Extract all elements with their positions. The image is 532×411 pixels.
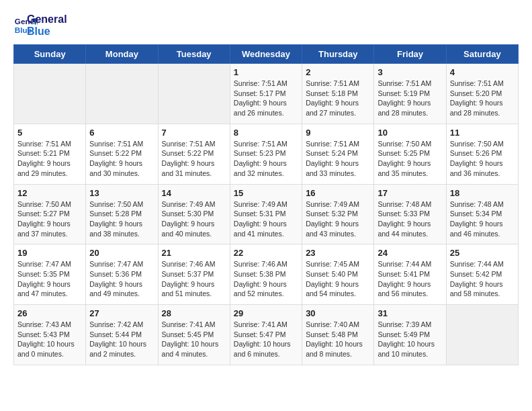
- day-info: Sunrise: 7:44 AM Sunset: 5:42 PM Dayligh…: [450, 259, 515, 299]
- day-number: 23: [306, 248, 370, 258]
- weekday-header-thursday: Thursday: [302, 45, 374, 64]
- day-number: 29: [234, 308, 298, 318]
- day-number: 28: [162, 308, 226, 318]
- day-info: Sunrise: 7:48 AM Sunset: 5:34 PM Dayligh…: [450, 199, 515, 239]
- calendar-cell: [86, 64, 158, 124]
- day-info: Sunrise: 7:43 AM Sunset: 5:43 PM Dayligh…: [17, 320, 82, 359]
- day-number: 4: [450, 67, 515, 77]
- day-number: 9: [306, 128, 370, 138]
- day-number: 1: [234, 67, 298, 77]
- calendar-table: SundayMondayTuesdayWednesdayThursdayFrid…: [13, 44, 519, 365]
- day-info: Sunrise: 7:51 AM Sunset: 5:23 PM Dayligh…: [234, 139, 298, 179]
- day-info: Sunrise: 7:46 AM Sunset: 5:38 PM Dayligh…: [234, 259, 298, 299]
- day-info: Sunrise: 7:50 AM Sunset: 5:26 PM Dayligh…: [450, 139, 515, 179]
- day-number: 24: [378, 248, 442, 258]
- day-info: Sunrise: 7:47 AM Sunset: 5:36 PM Dayligh…: [89, 259, 154, 299]
- calendar-cell: 23Sunrise: 7:45 AM Sunset: 5:40 PM Dayli…: [302, 244, 374, 305]
- day-number: 3: [378, 67, 442, 77]
- weekday-header-row: SundayMondayTuesdayWednesdayThursdayFrid…: [14, 45, 519, 64]
- calendar-cell: 25Sunrise: 7:44 AM Sunset: 5:42 PM Dayli…: [446, 244, 518, 305]
- calendar-cell: 9Sunrise: 7:51 AM Sunset: 5:24 PM Daylig…: [302, 124, 374, 184]
- calendar-week-2: 5Sunrise: 7:51 AM Sunset: 5:21 PM Daylig…: [14, 124, 519, 184]
- calendar-body: 1Sunrise: 7:51 AM Sunset: 5:17 PM Daylig…: [14, 64, 519, 365]
- logo: General Blue General Blue: [13, 13, 67, 38]
- day-info: Sunrise: 7:51 AM Sunset: 5:22 PM Dayligh…: [89, 139, 154, 179]
- day-info: Sunrise: 7:50 AM Sunset: 5:28 PM Dayligh…: [89, 199, 154, 239]
- day-info: Sunrise: 7:49 AM Sunset: 5:32 PM Dayligh…: [306, 199, 370, 239]
- day-info: Sunrise: 7:48 AM Sunset: 5:33 PM Dayligh…: [378, 199, 442, 239]
- calendar-cell: 12Sunrise: 7:50 AM Sunset: 5:27 PM Dayli…: [14, 184, 86, 244]
- calendar-cell: 11Sunrise: 7:50 AM Sunset: 5:26 PM Dayli…: [446, 124, 518, 184]
- calendar-cell: [446, 305, 518, 365]
- weekday-header-saturday: Saturday: [446, 45, 518, 64]
- calendar-week-4: 19Sunrise: 7:47 AM Sunset: 5:35 PM Dayli…: [14, 244, 519, 305]
- weekday-header-monday: Monday: [86, 45, 158, 64]
- day-number: 10: [378, 128, 442, 138]
- day-number: 7: [162, 128, 226, 138]
- weekday-header-friday: Friday: [374, 45, 446, 64]
- calendar-cell: 15Sunrise: 7:49 AM Sunset: 5:31 PM Dayli…: [230, 184, 302, 244]
- day-number: 17: [378, 188, 442, 198]
- calendar-week-1: 1Sunrise: 7:51 AM Sunset: 5:17 PM Daylig…: [14, 64, 519, 124]
- day-number: 14: [162, 188, 226, 198]
- day-number: 11: [450, 128, 515, 138]
- day-info: Sunrise: 7:50 AM Sunset: 5:25 PM Dayligh…: [378, 139, 442, 179]
- calendar-cell: 8Sunrise: 7:51 AM Sunset: 5:23 PM Daylig…: [230, 124, 302, 184]
- day-number: 12: [17, 188, 82, 198]
- day-number: 13: [89, 188, 154, 198]
- day-info: Sunrise: 7:51 AM Sunset: 5:22 PM Dayligh…: [162, 139, 226, 179]
- day-info: Sunrise: 7:51 AM Sunset: 5:19 PM Dayligh…: [378, 79, 442, 118]
- calendar-cell: 30Sunrise: 7:40 AM Sunset: 5:48 PM Dayli…: [302, 305, 374, 365]
- calendar-cell: 3Sunrise: 7:51 AM Sunset: 5:19 PM Daylig…: [374, 64, 446, 124]
- calendar-cell: 27Sunrise: 7:42 AM Sunset: 5:44 PM Dayli…: [86, 305, 158, 365]
- day-info: Sunrise: 7:47 AM Sunset: 5:35 PM Dayligh…: [17, 259, 82, 299]
- day-info: Sunrise: 7:51 AM Sunset: 5:17 PM Dayligh…: [234, 79, 298, 118]
- day-info: Sunrise: 7:44 AM Sunset: 5:41 PM Dayligh…: [378, 259, 442, 299]
- calendar-cell: 18Sunrise: 7:48 AM Sunset: 5:34 PM Dayli…: [446, 184, 518, 244]
- weekday-header-tuesday: Tuesday: [158, 45, 230, 64]
- day-number: 31: [378, 308, 442, 318]
- day-number: 21: [162, 248, 226, 258]
- day-number: 16: [306, 188, 370, 198]
- calendar-week-5: 26Sunrise: 7:43 AM Sunset: 5:43 PM Dayli…: [14, 305, 519, 365]
- calendar-cell: 21Sunrise: 7:46 AM Sunset: 5:37 PM Dayli…: [158, 244, 230, 305]
- day-number: 26: [17, 308, 82, 318]
- calendar-cell: 7Sunrise: 7:51 AM Sunset: 5:22 PM Daylig…: [158, 124, 230, 184]
- logo-text-blue: Blue: [27, 26, 67, 38]
- calendar-cell: 6Sunrise: 7:51 AM Sunset: 5:22 PM Daylig…: [86, 124, 158, 184]
- calendar-cell: 31Sunrise: 7:39 AM Sunset: 5:49 PM Dayli…: [374, 305, 446, 365]
- day-info: Sunrise: 7:41 AM Sunset: 5:45 PM Dayligh…: [162, 320, 226, 359]
- day-info: Sunrise: 7:42 AM Sunset: 5:44 PM Dayligh…: [89, 320, 154, 359]
- calendar-cell: 24Sunrise: 7:44 AM Sunset: 5:41 PM Dayli…: [374, 244, 446, 305]
- day-number: 22: [234, 248, 298, 258]
- calendar-cell: 26Sunrise: 7:43 AM Sunset: 5:43 PM Dayli…: [14, 305, 86, 365]
- calendar-cell: 19Sunrise: 7:47 AM Sunset: 5:35 PM Dayli…: [14, 244, 86, 305]
- day-info: Sunrise: 7:51 AM Sunset: 5:20 PM Dayligh…: [450, 79, 515, 118]
- day-number: 2: [306, 67, 370, 77]
- day-info: Sunrise: 7:51 AM Sunset: 5:21 PM Dayligh…: [17, 139, 82, 179]
- day-info: Sunrise: 7:51 AM Sunset: 5:18 PM Dayligh…: [306, 79, 370, 118]
- day-number: 27: [89, 308, 154, 318]
- day-info: Sunrise: 7:45 AM Sunset: 5:40 PM Dayligh…: [306, 259, 370, 299]
- day-number: 30: [306, 308, 370, 318]
- logo-text-general: General: [27, 13, 67, 26]
- calendar-cell: [158, 64, 230, 124]
- weekday-header-sunday: Sunday: [14, 45, 86, 64]
- calendar-cell: 13Sunrise: 7:50 AM Sunset: 5:28 PM Dayli…: [86, 184, 158, 244]
- day-info: Sunrise: 7:46 AM Sunset: 5:37 PM Dayligh…: [162, 259, 226, 299]
- day-number: 18: [450, 188, 515, 198]
- calendar-cell: 16Sunrise: 7:49 AM Sunset: 5:32 PM Dayli…: [302, 184, 374, 244]
- day-number: 20: [89, 248, 154, 258]
- calendar-cell: 5Sunrise: 7:51 AM Sunset: 5:21 PM Daylig…: [14, 124, 86, 184]
- day-number: 8: [234, 128, 298, 138]
- day-info: Sunrise: 7:51 AM Sunset: 5:24 PM Dayligh…: [306, 139, 370, 179]
- day-number: 6: [89, 128, 154, 138]
- calendar-cell: 10Sunrise: 7:50 AM Sunset: 5:25 PM Dayli…: [374, 124, 446, 184]
- calendar-cell: 17Sunrise: 7:48 AM Sunset: 5:33 PM Dayli…: [374, 184, 446, 244]
- calendar-cell: 22Sunrise: 7:46 AM Sunset: 5:38 PM Dayli…: [230, 244, 302, 305]
- calendar-cell: 14Sunrise: 7:49 AM Sunset: 5:30 PM Dayli…: [158, 184, 230, 244]
- day-number: 25: [450, 248, 515, 258]
- day-info: Sunrise: 7:49 AM Sunset: 5:31 PM Dayligh…: [234, 199, 298, 239]
- calendar-cell: 20Sunrise: 7:47 AM Sunset: 5:36 PM Dayli…: [86, 244, 158, 305]
- calendar-cell: 28Sunrise: 7:41 AM Sunset: 5:45 PM Dayli…: [158, 305, 230, 365]
